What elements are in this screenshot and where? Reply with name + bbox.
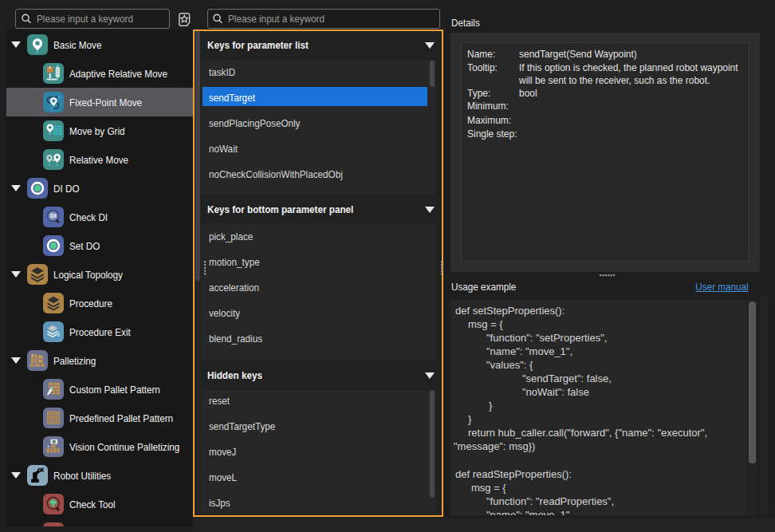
svg-text:DI: DI <box>50 212 57 219</box>
